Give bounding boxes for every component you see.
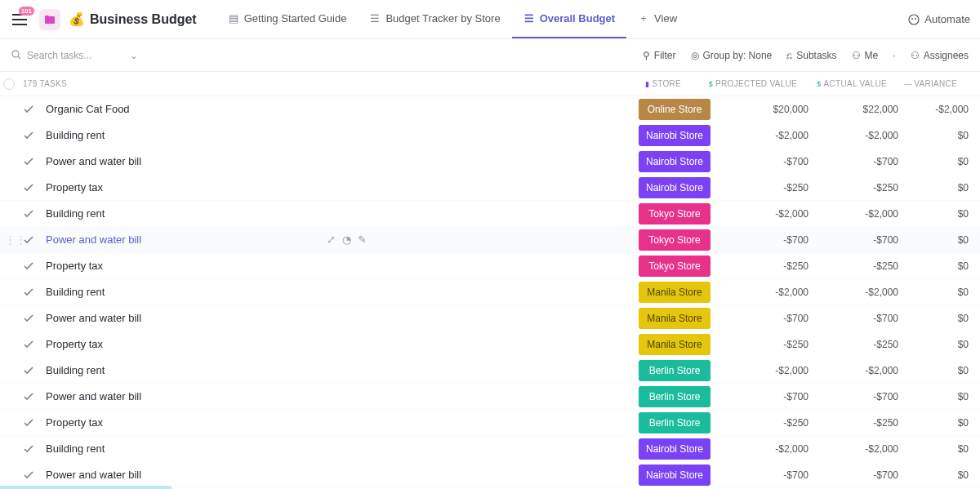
chevron-down-icon[interactable]: ⌄ — [130, 50, 138, 61]
variance-value[interactable]: $0 — [898, 260, 980, 272]
store-pill[interactable]: Nairobi Store — [639, 151, 710, 172]
task-row[interactable]: Building rentNairobi Store-$2,000-$2,000… — [0, 436, 980, 462]
check-icon[interactable] — [23, 313, 34, 324]
task-name[interactable]: Building rent — [46, 207, 342, 220]
task-row[interactable]: Power and water billNairobi Store-$700-$… — [0, 462, 980, 488]
variance-value[interactable]: $0 — [898, 443, 980, 455]
tab-budget-tracker[interactable]: ☰ Budget Tracker by Store — [358, 0, 511, 38]
task-row[interactable]: Organic Cat FoodOnline Store$20,000$22,0… — [0, 96, 980, 122]
variance-value[interactable]: $0 — [898, 313, 980, 324]
store-pill[interactable]: Manila Store — [639, 308, 710, 329]
variance-value[interactable]: $0 — [898, 391, 980, 402]
check-icon[interactable] — [23, 339, 34, 350]
store-pill[interactable]: Berlin Store — [639, 386, 710, 407]
tag-icon[interactable]: ◔ — [342, 233, 351, 246]
select-all-circle[interactable] — [3, 78, 15, 90]
task-name[interactable]: Power and water bill — [46, 469, 342, 481]
search-input[interactable] — [27, 50, 125, 61]
actual-value[interactable]: -$700 — [808, 156, 898, 167]
task-row[interactable]: Building rentBerlin Store-$2,000-$2,000$… — [0, 358, 980, 384]
check-icon[interactable] — [23, 417, 34, 429]
task-name[interactable]: Power and water bill — [46, 155, 342, 167]
task-row[interactable]: Power and water billNairobi Store-$700-$… — [0, 149, 980, 175]
task-name[interactable]: Building rent — [46, 286, 342, 298]
me-button[interactable]: ⚇Me — [852, 50, 879, 61]
check-icon[interactable] — [23, 287, 34, 298]
actual-value[interactable]: -$700 — [808, 391, 898, 402]
task-name[interactable]: Building rent — [46, 129, 342, 141]
variance-value[interactable]: $0 — [898, 417, 980, 429]
actual-value[interactable]: -$2,000 — [808, 287, 898, 298]
assignees-button[interactable]: ⚇Assignees — [911, 50, 969, 61]
check-icon[interactable] — [23, 365, 34, 376]
projected-value[interactable]: -$2,000 — [710, 365, 808, 376]
task-row[interactable]: Property taxNairobi Store-$250-$250$0 — [0, 175, 980, 201]
folder-chip[interactable] — [39, 9, 60, 30]
check-icon[interactable] — [23, 104, 34, 115]
projected-value[interactable]: -$2,000 — [710, 443, 808, 455]
projected-value[interactable]: -$700 — [710, 234, 808, 246]
variance-value[interactable]: $0 — [898, 130, 980, 141]
menu-button[interactable]: 101 — [10, 10, 29, 29]
actual-value[interactable]: -$250 — [808, 339, 898, 350]
store-pill[interactable]: Berlin Store — [639, 360, 710, 381]
expand-icon[interactable]: ⤢ — [327, 233, 336, 246]
actual-value[interactable]: -$250 — [808, 182, 898, 193]
task-row[interactable]: Property taxTokyo Store-$250-$250$0 — [0, 253, 980, 279]
actual-value[interactable]: -$2,000 — [808, 365, 898, 376]
variance-value[interactable]: $0 — [898, 208, 980, 220]
col-variance-header[interactable]: —VARIANCE — [887, 79, 969, 88]
store-pill[interactable]: Tokyo Store — [639, 203, 710, 224]
actual-value[interactable]: -$700 — [808, 313, 898, 324]
variance-value[interactable]: $0 — [898, 339, 980, 350]
projected-value[interactable]: -$700 — [710, 391, 808, 402]
actual-value[interactable]: $22,000 — [808, 104, 898, 115]
actual-value[interactable]: -$2,000 — [808, 443, 898, 455]
actual-value[interactable]: -$700 — [808, 469, 898, 481]
store-pill[interactable]: Nairobi Store — [639, 125, 710, 146]
variance-value[interactable]: $0 — [898, 365, 980, 376]
task-name[interactable]: Property tax — [46, 181, 342, 193]
store-pill[interactable]: Manila Store — [639, 334, 710, 355]
projected-value[interactable]: -$700 — [710, 469, 808, 481]
edit-icon[interactable]: ✎ — [358, 233, 367, 246]
check-icon[interactable] — [23, 260, 34, 272]
projected-value[interactable]: -$2,000 — [710, 130, 808, 141]
tab-getting-started[interactable]: ▤ Getting Started Guide — [216, 0, 359, 38]
task-row[interactable]: Property taxBerlin Store-$250-$250$0 — [0, 410, 980, 436]
task-row[interactable]: Building rentTokyo Store-$2,000-$2,000$0 — [0, 201, 980, 227]
store-pill[interactable]: Berlin Store — [639, 412, 710, 433]
drag-handle-icon[interactable]: ⋮⋮ — [5, 233, 26, 246]
task-name[interactable]: Property tax — [46, 338, 342, 350]
projected-value[interactable]: -$250 — [710, 339, 808, 350]
task-row[interactable]: ⋮⋮Power and water bill⤢◔✎Tokyo Store-$70… — [0, 227, 980, 253]
actual-value[interactable]: -$250 — [808, 417, 898, 429]
filter-button[interactable]: ⚲Filter — [643, 50, 676, 61]
task-row[interactable]: Property taxManila Store-$250-$250$0 — [0, 331, 980, 358]
col-store-header[interactable]: ▮STORE — [627, 79, 699, 88]
projected-value[interactable]: -$250 — [710, 260, 808, 272]
task-row[interactable]: Power and water billManila Store-$700-$7… — [0, 305, 980, 331]
store-pill[interactable]: Nairobi Store — [639, 465, 710, 486]
col-projected-header[interactable]: $PROJECTED VALUE — [699, 79, 797, 88]
check-icon[interactable] — [23, 130, 34, 141]
automate-button[interactable]: Automate — [908, 13, 970, 25]
task-name[interactable]: Organic Cat Food — [46, 103, 342, 115]
col-actual-header[interactable]: $ACTUAL VALUE — [797, 79, 887, 88]
variance-value[interactable]: $0 — [898, 182, 980, 193]
store-pill[interactable]: Online Store — [639, 99, 710, 120]
task-name[interactable]: Power and water bill — [46, 233, 318, 246]
variance-value[interactable]: $0 — [898, 469, 980, 481]
projected-value[interactable]: -$700 — [710, 313, 808, 324]
add-view-button[interactable]: + View — [626, 0, 688, 38]
task-name[interactable]: Building rent — [46, 442, 342, 455]
task-name[interactable]: Power and water bill — [46, 390, 342, 402]
variance-value[interactable]: -$2,000 — [898, 104, 980, 115]
projected-value[interactable]: -$2,000 — [710, 208, 808, 220]
check-icon[interactable] — [23, 469, 34, 481]
actual-value[interactable]: -$2,000 — [808, 130, 898, 141]
check-icon[interactable] — [23, 208, 34, 220]
task-name[interactable]: Building rent — [46, 364, 342, 376]
task-name[interactable]: Property tax — [46, 260, 342, 272]
store-pill[interactable]: Manila Store — [639, 282, 710, 303]
